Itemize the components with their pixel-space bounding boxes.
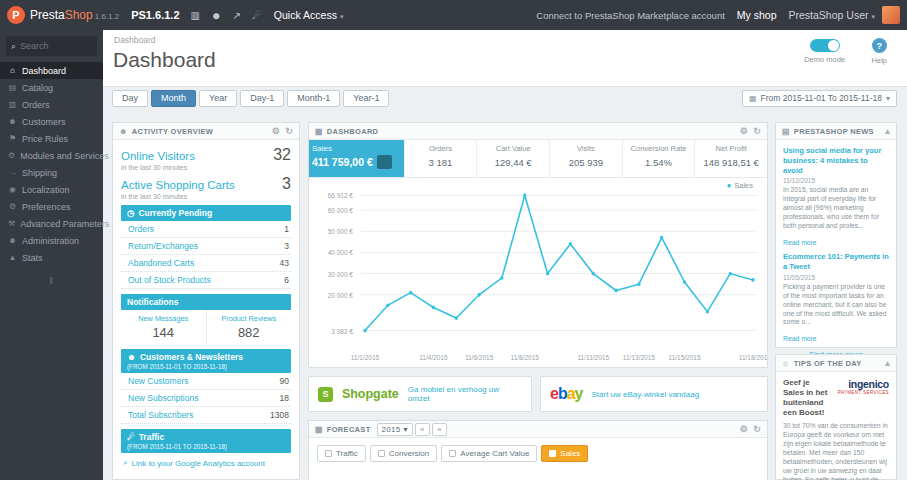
pending-row-orders[interactable]: Orders1 — [121, 221, 291, 238]
kpi-row: Sales 411 759,00 € Orders 3 181 Cart Val… — [309, 140, 767, 178]
new-messages-counter[interactable]: New Messages 144 — [121, 310, 206, 344]
tips-body-text: 30 tot 70% van de consumenten in Europa … — [783, 422, 889, 480]
sidebar-item-customers[interactable]: ☻Customers — [0, 113, 103, 130]
customers-icon: ☻ — [8, 117, 17, 126]
rocket-icon[interactable]: ☄ — [252, 10, 261, 21]
marketplace-link[interactable]: Connect to PrestaShop Marketplace accoun… — [536, 10, 725, 21]
gear-icon[interactable]: ⚙ — [740, 126, 748, 136]
my-shop-link[interactable]: My shop — [737, 9, 777, 21]
sales-chart-area: ● Sales 66 912 €60 000 €50 000 €40 000 €… — [315, 181, 761, 363]
news-article-title[interactable]: Ecommerce 101: Payments in a Tweet — [783, 252, 889, 272]
chip-traffic[interactable]: Traffic — [317, 445, 366, 462]
read-more-link[interactable]: Read more — [783, 239, 817, 246]
sidebar: ⌕ ⌂Dashboard ▤Catalog ▥Orders ☻Customers… — [0, 30, 103, 480]
activity-overview-panel: ☻ ACTIVITY OVERVIEW ⚙ ↻ Online Visitors … — [112, 122, 300, 480]
price-rules-icon: ⚑ — [8, 134, 17, 143]
sidebar-item-preferences[interactable]: ⚙Preferences — [0, 198, 103, 215]
dashboard-panel-title: DASHBOARD — [327, 127, 378, 136]
refresh-icon[interactable]: ↻ — [753, 126, 761, 136]
read-more-link[interactable]: Read more — [783, 335, 817, 342]
pending-row-abandoned-carts[interactable]: Abandoned Carts43 — [121, 255, 291, 272]
help-label: Help — [872, 56, 887, 65]
ingenico-logo: ingenico PAYMENT SERVICES — [838, 378, 889, 395]
kpi-sales[interactable]: Sales 411 759,00 € — [309, 140, 405, 177]
customers-row-new-subscriptions[interactable]: New Subscriptions18 — [121, 390, 291, 407]
filter-month-button[interactable]: Month — [151, 90, 196, 107]
forecast-year-select[interactable]: 2015▾ — [377, 423, 413, 436]
tips-panel-title: TIPS OF THE DAY — [794, 359, 862, 368]
sidebar-item-dashboard[interactable]: ⌂Dashboard — [0, 62, 103, 79]
profile-icon[interactable]: ☻ — [211, 10, 222, 21]
shopgate-ad-link[interactable]: Ga mobiel en verhoog uw omzet — [408, 385, 522, 403]
notifications-title: Notifications — [127, 297, 178, 307]
sidebar-item-advanced-parameters[interactable]: ⚒Advanced Parameters — [0, 215, 103, 232]
sidebar-item-label: Administration — [22, 236, 79, 246]
product-reviews-counter[interactable]: Product Reviews 882 — [206, 310, 292, 344]
forecast-next-button[interactable]: » — [432, 423, 447, 436]
kpi-conversion-rate[interactable]: Conversion Rate 1.54% — [623, 140, 696, 177]
pending-row-returns[interactable]: Return/Exchanges3 — [121, 238, 291, 255]
sidebar-search[interactable]: ⌕ — [6, 36, 97, 56]
refresh-icon[interactable]: ↻ — [285, 126, 293, 136]
kpi-visits[interactable]: Visits 205 939 — [550, 140, 623, 177]
filter-year-1-button[interactable]: Year-1 — [343, 90, 389, 107]
refresh-icon[interactable]: ↻ — [753, 424, 761, 434]
sidebar-item-modules[interactable]: ⚙Modules and Services — [0, 147, 103, 164]
demo-mode-toggle[interactable] — [810, 39, 840, 52]
prestashop-logo-icon[interactable]: P — [7, 6, 25, 24]
kpi-cart-value[interactable]: Cart Value 129,44 € — [477, 140, 550, 177]
quick-access-menu[interactable]: Quick Access▾ — [274, 9, 344, 21]
collapse-icon[interactable]: ▴ — [885, 126, 890, 136]
prestashop-admin-screen: P PrestaShop1.6.1.2 PS1.6.1.2 ▥ ☻ ↗ ☄ Qu… — [0, 0, 907, 480]
send-icon[interactable]: ↗ — [233, 10, 241, 21]
chip-sales[interactable]: Sales — [541, 445, 588, 462]
sidebar-item-label: Stats — [22, 253, 43, 263]
customers-row-total-subscribers[interactable]: Total Subscribers1308 — [121, 407, 291, 424]
filter-day-button[interactable]: Day — [112, 90, 148, 107]
sidebar-item-localization[interactable]: ◉Localization — [0, 181, 103, 198]
checkbox-icon — [325, 450, 332, 457]
sidebar-item-orders[interactable]: ▥Orders — [0, 96, 103, 113]
brand-presta: Presta — [30, 8, 65, 22]
help-button[interactable]: ? — [872, 38, 887, 53]
brand-shop: Shop — [65, 8, 93, 22]
news-article: Using social media for your business: 4 … — [783, 146, 889, 252]
forecast-panel: ▩ FORECAST 2015▾ « » ⚙ ↻ Traffic Convers… — [308, 420, 768, 480]
pending-row-out-of-stock[interactable]: Out of Stock Products6 — [121, 272, 291, 289]
avatar[interactable] — [882, 6, 900, 24]
online-visitors-label[interactable]: Online Visitors — [121, 150, 195, 162]
user-menu[interactable]: PrestaShop User▾ — [789, 9, 875, 21]
chip-average-cart-value[interactable]: Average Cart Value — [441, 445, 537, 462]
cart-icon[interactable]: ▥ — [191, 10, 200, 21]
gear-icon[interactable]: ⚙ — [272, 126, 280, 136]
gear-icon[interactable]: ⚙ — [740, 424, 748, 434]
ebay-logo: ebay — [550, 385, 583, 403]
date-range-picker[interactable]: ▦ From 2015-11-01 To 2015-11-18 ▾ — [742, 90, 897, 107]
notifications-counters: New Messages 144 Product Reviews 882 — [121, 310, 291, 344]
kpi-sparkline — [377, 155, 392, 169]
forecast-legend: Traffic Conversion Average Cart Value Sa… — [309, 438, 767, 469]
sidebar-item-catalog[interactable]: ▤Catalog — [0, 79, 103, 96]
online-visitors-sub: in the last 30 minutes — [121, 164, 291, 171]
news-article-title[interactable]: Using social media for your business: 4 … — [783, 146, 889, 175]
sidebar-item-stats[interactable]: ▲Stats — [0, 249, 103, 266]
active-carts-label[interactable]: Active Shopping Carts — [121, 179, 235, 191]
sidebar-item-administration[interactable]: ☻Administration — [0, 232, 103, 249]
google-analytics-link[interactable]: ⌕ Link to your Google Analytics account — [121, 453, 291, 473]
filter-month-1-button[interactable]: Month-1 — [287, 90, 340, 107]
search-input[interactable] — [20, 41, 90, 51]
ebay-ad: ebay Start uw eBay-winkel vandaag — [540, 376, 768, 412]
sidebar-item-price-rules[interactable]: ⚑Price Rules — [0, 130, 103, 147]
kpi-orders[interactable]: Orders 3 181 — [405, 140, 478, 177]
filter-year-button[interactable]: Year — [199, 90, 237, 107]
ebay-ad-link[interactable]: Start uw eBay-winkel vandaag — [592, 390, 700, 399]
forecast-prev-button[interactable]: « — [415, 423, 430, 436]
chip-conversion[interactable]: Conversion — [370, 445, 437, 462]
filter-day-1-button[interactable]: Day-1 — [240, 90, 284, 107]
kpi-net-profit[interactable]: Net Profit 148 918,51 € — [695, 140, 767, 177]
sidebar-item-shipping[interactable]: →Shipping — [0, 164, 103, 181]
sidebar-collapse-button[interactable]: ‖ — [0, 276, 103, 286]
customers-row-new-customers[interactable]: New Customers90 — [121, 373, 291, 390]
forecast-panel-header: ▩ FORECAST 2015▾ « » ⚙ ↻ — [309, 421, 767, 438]
collapse-icon[interactable]: ▴ — [885, 358, 890, 368]
